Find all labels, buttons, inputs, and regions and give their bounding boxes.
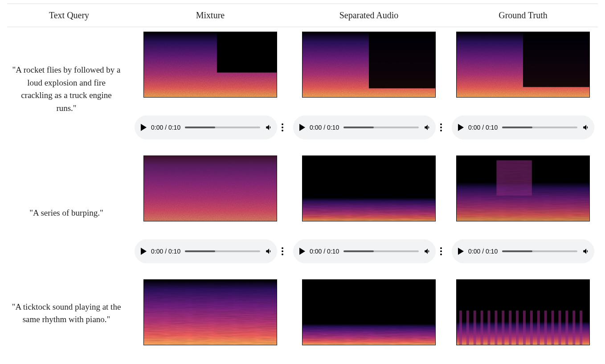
volume-icon[interactable] [582, 247, 591, 256]
volume-icon[interactable] [265, 123, 274, 132]
seek-track[interactable] [502, 127, 577, 128]
svg-rect-36 [530, 311, 533, 345]
spectrogram-separated [302, 155, 436, 221]
svg-rect-38 [544, 311, 547, 345]
time-display: 0:00 / 0:10 [468, 124, 498, 131]
spectrogram-separated [302, 279, 436, 345]
play-icon[interactable] [299, 124, 305, 131]
volume-icon[interactable] [265, 247, 274, 256]
play-icon[interactable] [299, 248, 305, 255]
header-mixture: Mixture [131, 4, 290, 27]
svg-rect-32 [502, 311, 504, 345]
svg-rect-41 [565, 311, 568, 345]
svg-rect-27 [466, 311, 469, 345]
audio-player[interactable]: 0:00 / 0:10 [293, 239, 436, 263]
svg-rect-14 [302, 156, 435, 221]
svg-rect-2 [144, 32, 277, 97]
svg-rect-43 [580, 311, 582, 345]
svg-rect-39 [552, 311, 554, 345]
svg-rect-18 [457, 156, 589, 221]
spectrogram-mixture [143, 279, 277, 345]
table-row: "A ticktock sound playing at the same rh… [7, 275, 598, 352]
audio-player[interactable]: 0:00 / 0:10 [452, 239, 594, 263]
play-icon[interactable] [141, 124, 147, 131]
more-icon[interactable] [437, 123, 445, 131]
svg-rect-34 [516, 311, 519, 345]
header-row: Text Query Mixture Separated Audio Groun… [7, 4, 598, 27]
svg-rect-23 [302, 280, 435, 345]
volume-icon[interactable] [423, 247, 432, 256]
svg-rect-40 [558, 311, 561, 345]
audio-player[interactable]: 0:00 / 0:10 [293, 115, 436, 139]
table-row: "A series of burping." [7, 151, 598, 228]
query-cell: "A series of burping." [7, 151, 131, 275]
svg-rect-37 [537, 311, 540, 345]
volume-icon[interactable] [582, 123, 591, 132]
time-display: 0:00 / 0:10 [151, 124, 180, 131]
more-icon[interactable] [437, 247, 445, 255]
play-icon[interactable] [141, 248, 147, 255]
spectrogram-mixture [143, 155, 277, 221]
svg-rect-26 [459, 311, 462, 345]
table-row: "A rocket flies by followed by a loud ex… [7, 27, 598, 104]
play-icon[interactable] [458, 124, 464, 131]
svg-rect-35 [523, 311, 526, 345]
svg-rect-20 [144, 280, 277, 345]
spectrogram-separated [302, 32, 436, 98]
svg-rect-28 [474, 311, 476, 345]
svg-rect-42 [572, 311, 575, 345]
header-ground-truth: Ground Truth [448, 4, 598, 27]
svg-rect-29 [481, 311, 483, 345]
more-icon[interactable] [279, 123, 286, 131]
svg-rect-31 [495, 311, 497, 345]
seek-track[interactable] [185, 127, 260, 128]
seek-track[interactable] [185, 250, 260, 252]
time-display: 0:00 / 0:10 [310, 248, 339, 255]
svg-rect-30 [488, 311, 491, 345]
svg-rect-5 [302, 32, 435, 97]
spectrogram-mixture [143, 32, 277, 98]
query-cell: "A ticktock sound playing at the same rh… [7, 275, 131, 352]
spectrogram-ground-truth [456, 32, 590, 98]
audio-player[interactable]: 0:00 / 0:10 [452, 115, 594, 139]
query-cell: "A rocket flies by followed by a loud ex… [7, 27, 131, 151]
audio-player[interactable]: 0:00 / 0:10 [135, 239, 277, 263]
play-icon[interactable] [458, 248, 464, 255]
header-query: Text Query [7, 4, 131, 27]
audio-player[interactable]: 0:00 / 0:10 [135, 115, 277, 139]
seek-track[interactable] [502, 250, 577, 252]
svg-rect-33 [509, 311, 511, 345]
comparison-table: Text Query Mixture Separated Audio Groun… [7, 4, 598, 352]
spectrogram-ground-truth [456, 279, 590, 345]
header-separated: Separated Audio [290, 4, 448, 27]
time-display: 0:00 / 0:10 [151, 248, 180, 255]
time-display: 0:00 / 0:10 [310, 124, 339, 131]
svg-rect-8 [457, 32, 589, 97]
svg-rect-11 [144, 156, 277, 221]
seek-track[interactable] [343, 127, 419, 128]
time-display: 0:00 / 0:10 [468, 248, 498, 255]
seek-track[interactable] [343, 250, 419, 252]
spectrogram-ground-truth [456, 155, 590, 221]
more-icon[interactable] [279, 247, 286, 255]
volume-icon[interactable] [423, 123, 432, 132]
